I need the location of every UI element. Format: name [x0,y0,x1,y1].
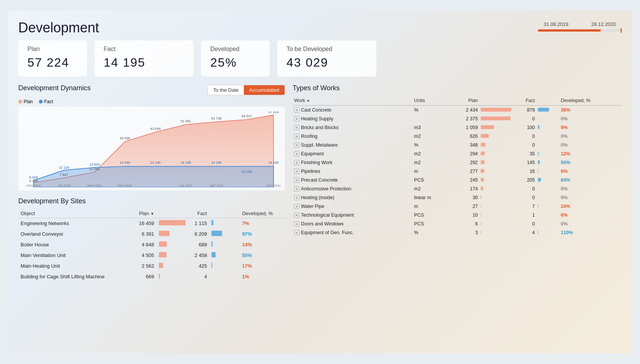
plan-label-3: 35 596 [120,136,130,140]
expand-icon[interactable]: + [294,212,299,218]
works-col-fact-bar [536,96,559,105]
table-row: Boiler House 4 848 689 14% [18,239,285,250]
work-developed-pct: 0% [559,132,622,141]
work-fact-bar [538,230,538,234]
work-plan-value: 2 375 [451,115,479,123]
sites-col-plan-bar [157,209,188,218]
sites-table: Object Plan ▼ Fact Developed, % Engineer… [18,209,285,282]
expand-icon[interactable]: + [294,204,299,209]
work-plan-value: 2 434 [451,105,479,115]
work-fact-bar-cell [536,176,559,185]
expand-icon[interactable]: + [294,134,299,139]
svg-text:MAR 2020: MAR 2020 [87,184,102,187]
work-name: +Doors and Windows [293,220,413,228]
table-row: +Suppl. Metalware % 348 0 0% [293,141,622,150]
work-fact-value: 16 [513,167,536,176]
legend-plan-item: Plan [18,99,33,104]
work-fact-value: 145 [513,158,536,167]
works-col-work: Work ▼ [293,96,413,105]
work-units: m3 [413,123,451,132]
site-name: Overland Conveyor [18,229,131,239]
expand-icon[interactable]: + [294,169,299,174]
right-column: Types of Works Work ▼ Units Plan Fact De… [293,84,622,282]
dynamics-chart: 4 736 7 847 12 260 35 596 43 644 51 981 … [18,107,285,190]
work-name: +Suppl. Metalware [293,141,413,150]
work-fact-bar-cell [536,220,559,228]
fact-label-4: 14 195 [150,161,161,164]
toggle-accumulated[interactable]: Accumulatted [244,85,285,95]
expand-icon[interactable]: + [294,160,299,165]
site-plan-bar-cell [157,239,188,250]
expand-icon[interactable]: + [294,125,299,130]
plan-label-2: 12 260 [89,167,100,171]
expand-icon[interactable]: + [294,230,299,235]
works-header-row: Work ▼ Units Plan Fact Developed, % [293,96,622,105]
work-name: +Bricks and Blocks [293,123,413,132]
site-fact-bar [211,231,222,236]
table-row: +Bricks and Blocks m3 1 059 100 9% [293,123,622,132]
expand-icon[interactable]: + [294,177,299,183]
expand-icon[interactable]: + [294,195,299,200]
expand-icon[interactable]: + [294,186,299,192]
work-plan-bar [481,204,481,208]
work-name: +Heating Supply [293,115,413,123]
work-fact-value: 100 [513,123,536,132]
site-fact-bar-cell [209,271,240,282]
work-fact-bar-cell [536,150,559,158]
site-developed-pct: 97% [240,229,285,239]
site-plan-bar [159,241,167,247]
work-units: m2 [413,185,451,193]
expand-icon[interactable]: + [294,107,299,113]
works-table: Work ▼ Units Plan Fact Developed, % +Cas… [293,96,622,237]
work-developed-pct: 0% [559,115,622,123]
site-fact-value: 425 [188,261,210,271]
timeline-bar [538,29,622,32]
work-fact-value: 0 [513,132,536,141]
work-plan-value: 27 [451,202,479,211]
fact-label-2: 13 503 [89,163,100,166]
plan-label-8: 57 224 [268,111,279,114]
timeline-start-date: 31.08.2019 [544,21,568,27]
work-plan-value: 348 [451,141,479,150]
expand-icon[interactable]: + [294,142,299,148]
work-fact-bar-cell [536,202,559,211]
main-content: Development Dynamics To the Date Accumul… [18,84,622,282]
work-fact-value: 4 [513,228,536,237]
work-fact-bar-cell [536,141,559,150]
plan-label-1: 7 847 [60,173,69,177]
expand-icon[interactable]: + [294,221,299,227]
table-row: +Cast Concrete % 2 434 879 36% [293,105,622,115]
expand-icon[interactable]: + [294,151,299,156]
work-plan-bar [481,117,510,120]
timeline-bar-fill [538,29,601,32]
work-fact-value: 205 [513,176,536,185]
expand-icon[interactable]: + [294,116,299,121]
kpi-row: Plan 57 224 Fact 14 195 Developed 25% To… [18,40,622,77]
table-row: +Water Pipe m 27 7 24% [293,202,622,211]
work-fact-value: 35 [513,150,536,158]
toggle-to-date[interactable]: To the Date [208,85,244,95]
table-row: +Technological Equipment PCS 10 1 6% [293,211,622,220]
work-fact-value: 0 [513,220,536,228]
work-name: +Water Pipe [293,202,413,211]
site-plan-bar [159,252,166,257]
work-plan-bar [481,143,485,147]
work-units: % [413,228,451,237]
table-row: +Equipment of Gen. Func. % 3 4 110% [293,228,622,237]
kpi-developed-label: Developed [210,46,261,53]
work-fact-bar-cell [536,167,559,176]
work-plan-bar [481,160,485,164]
table-row: Main Heating Unit 2 562 425 17% [18,261,285,271]
work-plan-value: 30 [451,193,479,202]
work-plan-bar [481,213,481,217]
dashboard: Development 31.08.2019 28.12.2020 Plan 5… [8,11,632,353]
work-developed-pct: 12% [559,150,622,158]
work-fact-bar [538,169,538,173]
work-developed-pct: 6% [559,211,622,220]
work-plan-value: 174 [451,185,479,193]
work-fact-bar-cell [536,132,559,141]
work-plan-bar-cell [479,115,513,123]
work-units: PCS [413,211,451,220]
work-fact-bar-cell [536,158,559,167]
site-name: Engineering Networks [18,218,131,229]
